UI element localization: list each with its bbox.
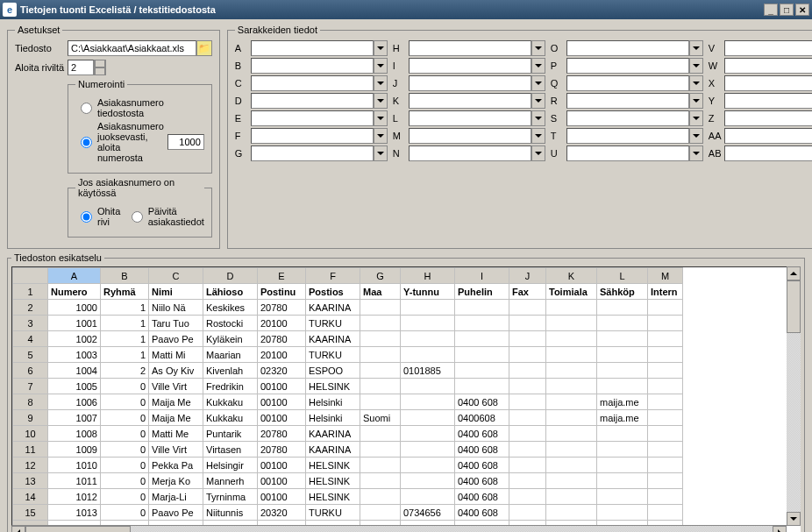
- cell[interactable]: [360, 442, 401, 458]
- row-header-6[interactable]: 6: [13, 363, 48, 379]
- cell[interactable]: 1: [101, 300, 149, 316]
- row-header-13[interactable]: 13: [13, 473, 48, 489]
- cell[interactable]: Matti Me: [149, 426, 203, 442]
- scroll-down-button[interactable]: [787, 512, 801, 526]
- cell[interactable]: 20780: [258, 331, 306, 347]
- cell[interactable]: [360, 489, 401, 505]
- cell[interactable]: 1004: [48, 363, 101, 379]
- column-combo-O[interactable]: [566, 40, 689, 56]
- cell[interactable]: [360, 505, 401, 521]
- cell[interactable]: Kyläkein: [203, 331, 258, 347]
- col-header-F[interactable]: F: [306, 268, 360, 284]
- cell[interactable]: [509, 473, 546, 489]
- cell[interactable]: 0: [101, 489, 149, 505]
- cell[interactable]: 00100: [258, 379, 306, 394]
- cell[interactable]: [648, 363, 683, 379]
- cell[interactable]: [648, 426, 683, 442]
- cell[interactable]: Paavo Pe: [149, 331, 203, 347]
- header-cell[interactable]: Ryhmä: [101, 284, 149, 300]
- column-combo-J[interactable]: [409, 75, 531, 91]
- radio-update-data[interactable]: [132, 211, 143, 223]
- cell[interactable]: [597, 426, 648, 442]
- cell[interactable]: 00100: [258, 473, 306, 489]
- cell[interactable]: [597, 505, 648, 521]
- startrow-spin-up[interactable]: [94, 60, 106, 67]
- column-combo-D[interactable]: [251, 93, 374, 109]
- browse-button[interactable]: 📁: [196, 40, 212, 56]
- cell[interactable]: [546, 489, 597, 505]
- row-header-4[interactable]: 4: [13, 331, 48, 347]
- col-header-H[interactable]: H: [401, 268, 455, 284]
- cell[interactable]: [648, 347, 683, 363]
- column-combo-U[interactable]: [566, 145, 689, 161]
- cell[interactable]: [455, 300, 509, 316]
- row-header-8[interactable]: 8: [13, 394, 48, 410]
- cell[interactable]: 1005: [48, 379, 101, 394]
- cell[interactable]: Niilo Nä: [149, 300, 203, 316]
- cell[interactable]: [648, 316, 683, 331]
- cell[interactable]: [648, 505, 683, 521]
- cell[interactable]: Taru Tuo: [149, 316, 203, 331]
- radio-number-running[interactable]: [81, 137, 92, 148]
- col-header-D[interactable]: D: [203, 268, 258, 284]
- cell[interactable]: HELSINK: [306, 473, 360, 489]
- cell[interactable]: Helsingir: [203, 458, 258, 473]
- col-header-B[interactable]: B: [101, 268, 149, 284]
- cell[interactable]: 1009: [48, 442, 101, 458]
- column-combo-C[interactable]: [251, 75, 374, 91]
- column-dropdown-Q[interactable]: [689, 75, 703, 91]
- cell[interactable]: [401, 410, 455, 426]
- cell[interactable]: 00100: [258, 489, 306, 505]
- cell[interactable]: Marja-Li: [149, 489, 203, 505]
- cell[interactable]: Keskikes: [203, 300, 258, 316]
- column-combo-V[interactable]: [724, 40, 812, 56]
- cell[interactable]: 0400 608: [455, 426, 509, 442]
- column-combo-R[interactable]: [566, 93, 689, 109]
- cell[interactable]: 0400608: [455, 410, 509, 426]
- cell[interactable]: TURKU: [306, 316, 360, 331]
- col-header-G[interactable]: G: [360, 268, 401, 284]
- cell[interactable]: 1011: [48, 473, 101, 489]
- cell[interactable]: [455, 316, 509, 331]
- cell[interactable]: 0400 608: [455, 394, 509, 410]
- cell[interactable]: Helsinki: [306, 394, 360, 410]
- cell[interactable]: 0400 608: [455, 473, 509, 489]
- cell[interactable]: [546, 442, 597, 458]
- cell[interactable]: 1013: [48, 505, 101, 521]
- cell[interactable]: [597, 458, 648, 473]
- cell[interactable]: [546, 410, 597, 426]
- cell[interactable]: Rostocki: [203, 316, 258, 331]
- cell[interactable]: [401, 347, 455, 363]
- header-cell[interactable]: Nimi: [149, 284, 203, 300]
- startrow-input[interactable]: [68, 60, 94, 75]
- column-dropdown-K[interactable]: [531, 93, 545, 109]
- column-combo-Y[interactable]: [724, 93, 812, 109]
- cell[interactable]: 0: [101, 473, 149, 489]
- cell[interactable]: Ville Virt: [149, 442, 203, 458]
- cell[interactable]: [401, 473, 455, 489]
- cell[interactable]: Mannerh: [203, 473, 258, 489]
- cell[interactable]: [401, 331, 455, 347]
- cell[interactable]: [546, 347, 597, 363]
- cell[interactable]: 00100: [258, 410, 306, 426]
- col-header-A[interactable]: A: [48, 268, 101, 284]
- cell[interactable]: [648, 331, 683, 347]
- cell[interactable]: 0: [101, 410, 149, 426]
- cell[interactable]: As Oy Kiv: [149, 363, 203, 379]
- cell[interactable]: [360, 347, 401, 363]
- cell[interactable]: [597, 316, 648, 331]
- cell[interactable]: Fredrikin: [203, 379, 258, 394]
- cell[interactable]: 1008: [48, 426, 101, 442]
- column-combo-F[interactable]: [251, 128, 374, 144]
- cell[interactable]: [546, 426, 597, 442]
- cell[interactable]: [597, 331, 648, 347]
- cell[interactable]: 1003: [48, 347, 101, 363]
- close-button[interactable]: ✕: [795, 4, 809, 16]
- scroll-left-button[interactable]: [11, 526, 25, 532]
- cell[interactable]: KAARINA: [306, 300, 360, 316]
- cell[interactable]: 0: [101, 426, 149, 442]
- cell[interactable]: 2: [101, 363, 149, 379]
- header-cell[interactable]: Toimiala: [546, 284, 597, 300]
- column-combo-E[interactable]: [251, 110, 374, 126]
- cell[interactable]: [509, 379, 546, 394]
